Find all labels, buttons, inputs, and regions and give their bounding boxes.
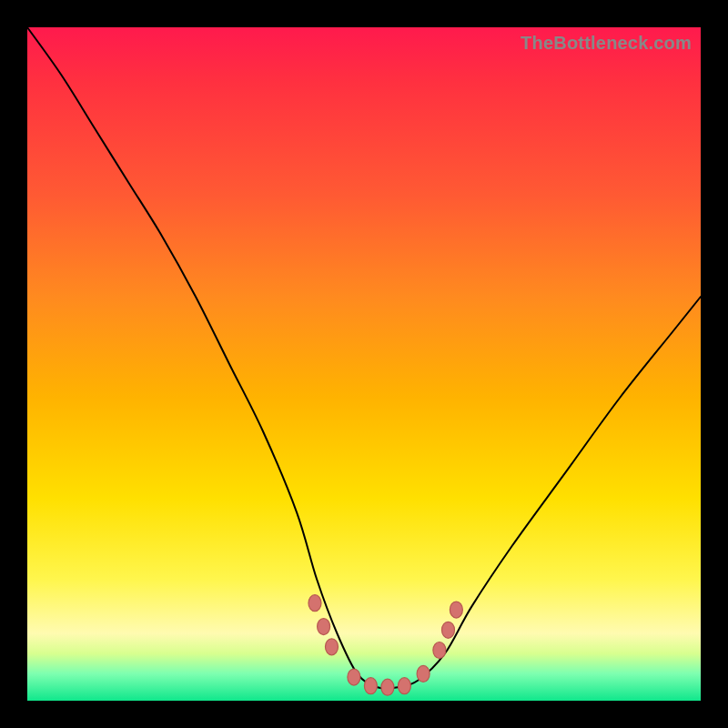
chart-frame: TheBottleneck.com (0, 0, 728, 728)
bottleneck-curve (27, 27, 701, 689)
chart-svg (27, 27, 701, 701)
curve-marker (450, 602, 462, 618)
curve-marker (381, 679, 394, 695)
curve-marker (442, 622, 455, 638)
curve-marker (308, 595, 321, 612)
curve-marker (398, 678, 410, 694)
curve-marker (364, 678, 377, 694)
curve-marker (433, 642, 446, 659)
chart-plot-area: TheBottleneck.com (27, 27, 701, 701)
curve-markers (308, 595, 462, 696)
curve-marker (325, 639, 338, 655)
curve-marker (348, 669, 360, 685)
curve-marker (318, 619, 330, 635)
curve-marker (417, 665, 430, 682)
